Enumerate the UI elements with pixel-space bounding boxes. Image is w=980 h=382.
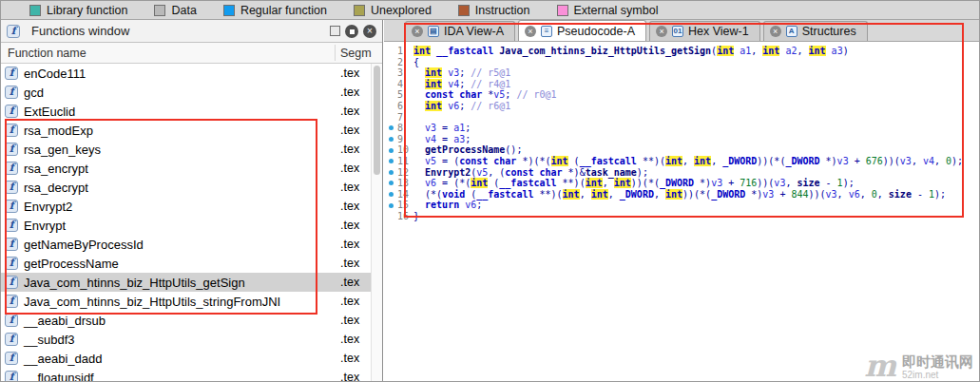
code-line-1[interactable]: 1int __fastcall Java_com_htinns_biz_Http… bbox=[384, 46, 979, 57]
line-marker-dot bbox=[389, 192, 394, 197]
titlebar-buttons: × bbox=[330, 25, 376, 38]
column-divider[interactable] bbox=[335, 45, 336, 61]
function-row-rsa-decrypt[interactable]: frsa_decrypt.tex bbox=[1, 178, 371, 197]
tab-close-icon[interactable]: × bbox=[412, 26, 423, 37]
code-line-9[interactable]: 9 v4 = a3; bbox=[384, 134, 979, 145]
function-icon: f bbox=[5, 86, 18, 99]
close-button[interactable]: × bbox=[363, 25, 376, 38]
tab-label: IDA View-A bbox=[444, 25, 504, 38]
function-segment: .tex bbox=[340, 219, 359, 232]
function-name: __floatunsidf bbox=[24, 371, 94, 382]
functions-scrollbar[interactable] bbox=[371, 64, 382, 381]
function-row-exteuclid[interactable]: fExtEuclid.tex bbox=[1, 102, 371, 121]
function-segment: .tex bbox=[340, 276, 359, 289]
code-line-11[interactable]: 11 v5 = (const char *)(*(int (__fastcall… bbox=[384, 156, 979, 167]
code-line-16[interactable]: 16} bbox=[384, 211, 979, 222]
function-row-getprocessname[interactable]: fgetProcessName.tex bbox=[1, 254, 371, 273]
line-number: 15 bbox=[397, 200, 413, 211]
function-segment: .tex bbox=[340, 257, 359, 270]
code-line-13[interactable]: 13 v6 = (*(int (__fastcall **)(int, int)… bbox=[384, 178, 979, 189]
function-segment: .tex bbox=[340, 105, 359, 118]
function-segment: .tex bbox=[340, 143, 359, 156]
code-line-14[interactable]: 14 (*(void (__fastcall **)(int, int, _DW… bbox=[384, 189, 979, 201]
functions-titlebar: f Functions window × bbox=[1, 20, 382, 43]
column-header-segment[interactable]: Segm bbox=[340, 47, 372, 60]
code-line-6[interactable]: 6 int v6; // r6@1 bbox=[384, 101, 979, 112]
legend-item-unexplored: Unexplored bbox=[354, 4, 432, 17]
code-line-2[interactable]: 2{ bbox=[384, 57, 979, 68]
legend-swatch-data bbox=[154, 5, 165, 16]
code-line-5[interactable]: 5 const char *v5; // r0@1 bbox=[384, 89, 979, 101]
code-line-3[interactable]: 3 int v3; // r5@1 bbox=[384, 67, 979, 79]
line-dot-slot bbox=[384, 200, 397, 211]
line-number: 2 bbox=[397, 57, 413, 68]
code-text: int __fastcall Java_com_htinns_biz_HttpU… bbox=[413, 46, 849, 57]
line-dot-slot bbox=[384, 79, 397, 90]
code-text: v3 = a1; bbox=[413, 123, 471, 134]
watermark-title: 即时通讯网 bbox=[902, 354, 973, 371]
line-dot-slot bbox=[384, 134, 397, 145]
line-marker-dot bbox=[389, 125, 394, 130]
line-dot-slot bbox=[384, 57, 397, 68]
function-name: Java_com_htinns_biz_HttpUtils_getSign bbox=[24, 276, 245, 290]
restore-icon[interactable] bbox=[330, 26, 340, 36]
code-line-7[interactable]: 7 bbox=[384, 112, 979, 124]
code-line-12[interactable]: 12 Envrypt2(v5, (const char *)&task_name… bbox=[384, 167, 979, 179]
line-dot-slot bbox=[384, 144, 397, 156]
tab-structures[interactable]: ×AStructures bbox=[763, 21, 868, 41]
tab-close-icon[interactable]: × bbox=[525, 26, 536, 37]
function-row-encode111[interactable]: fenCode111.tex bbox=[1, 64, 371, 83]
function-row-subdf3[interactable]: f__subdf3.tex bbox=[1, 330, 371, 349]
function-segment: .tex bbox=[340, 238, 359, 251]
watermark: m 即时通讯网 52im.net bbox=[864, 352, 973, 380]
function-icon: f bbox=[5, 333, 18, 346]
function-segment: .tex bbox=[340, 333, 359, 346]
code-text: v6 = (*(int (__fastcall **)(int, int))(*… bbox=[413, 178, 855, 189]
function-row-getnamebyprocessid[interactable]: fgetNameByProcessId.tex bbox=[1, 235, 371, 254]
function-row-java-com-htinns-biz-httputils-getsign[interactable]: fJava_com_htinns_biz_HttpUtils_getSign.t… bbox=[1, 273, 371, 292]
function-row-aeabi-dadd[interactable]: f__aeabi_dadd.tex bbox=[1, 349, 371, 368]
code-text: int v4; // r4@1 bbox=[413, 79, 510, 90]
function-row-gcd[interactable]: fgcd.tex bbox=[1, 83, 371, 102]
function-icon: f bbox=[5, 200, 18, 213]
line-number: 4 bbox=[397, 79, 413, 90]
tab-pseudocode-a[interactable]: ×≡Pseudocode-A bbox=[518, 20, 646, 41]
scrollbar-thumb[interactable] bbox=[374, 66, 380, 175]
function-segment: .tex bbox=[340, 162, 359, 175]
function-row-envrypt2[interactable]: fEnvrypt2.tex bbox=[1, 197, 371, 216]
tab-label: Structures bbox=[802, 25, 856, 38]
code-line-4[interactable]: 4 int v4; // r4@1 bbox=[384, 79, 979, 90]
function-row-envrypt[interactable]: fEnvrypt.tex bbox=[1, 216, 371, 235]
code-line-15[interactable]: 15 return v6; bbox=[384, 200, 979, 211]
function-row-java-com-htinns-biz-httputils-stringfromjni[interactable]: fJava_com_htinns_biz_HttpUtils_stringFro… bbox=[1, 292, 371, 311]
tab-ida-view-a[interactable]: ×▤IDA View-A bbox=[405, 21, 515, 41]
function-row-floatunsidf[interactable]: f__floatunsidf.tex bbox=[1, 368, 371, 381]
line-dot-slot bbox=[384, 112, 397, 124]
function-row-aeabi-drsub[interactable]: f__aeabi_drsub.tex bbox=[1, 311, 371, 330]
line-dot-slot bbox=[384, 178, 397, 189]
tab-close-icon[interactable]: × bbox=[770, 26, 781, 37]
function-row-rsa-gen-keys[interactable]: frsa_gen_keys.tex bbox=[1, 140, 371, 159]
function-icon: f bbox=[5, 276, 18, 289]
code-line-10[interactable]: 10 getProcessName(); bbox=[384, 144, 979, 156]
line-dot-slot bbox=[384, 123, 397, 134]
column-header-function-name[interactable]: Function name bbox=[8, 47, 86, 60]
code-line-8[interactable]: 8 v3 = a1; bbox=[384, 123, 979, 134]
legend-item-library-function: Library function bbox=[29, 4, 127, 17]
function-row-rsa-modexp[interactable]: frsa_modExp.tex bbox=[1, 121, 371, 140]
ida-window: Library functionDataRegular functionUnex… bbox=[0, 0, 980, 382]
line-marker-dot bbox=[389, 203, 394, 208]
code-text: return v6; bbox=[413, 200, 482, 211]
ida-view-icon: ▤ bbox=[428, 26, 439, 37]
tab-close-icon[interactable]: × bbox=[656, 26, 667, 37]
undock-button[interactable] bbox=[345, 25, 358, 38]
pseudocode-area[interactable]: 1int __fastcall Java_com_htinns_biz_Http… bbox=[384, 43, 979, 381]
code-text: Envrypt2(v5, (const char *)&task_name); bbox=[413, 167, 648, 179]
tab-hex-view-1[interactable]: ×01Hex View-1 bbox=[649, 21, 760, 41]
function-name: Java_com_htinns_biz_HttpUtils_stringFrom… bbox=[24, 295, 280, 309]
function-row-rsa-encrypt[interactable]: frsa_encrypt.tex bbox=[1, 159, 371, 178]
line-number: 8 bbox=[397, 123, 413, 134]
code-text: getProcessName(); bbox=[413, 144, 522, 156]
function-segment: .tex bbox=[340, 352, 359, 365]
legend-label: External symbol bbox=[574, 4, 659, 17]
